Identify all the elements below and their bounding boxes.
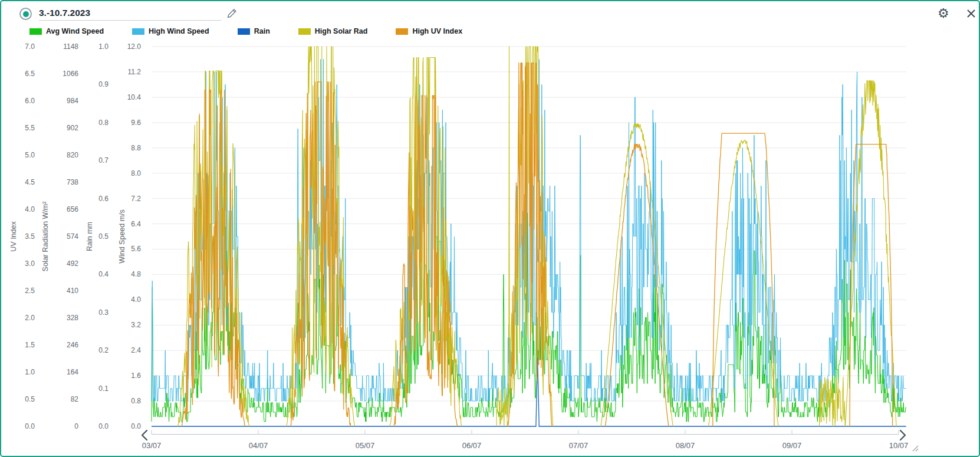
series-line-high-uv-index — [182, 63, 893, 426]
next-button-chevron-right-icon[interactable] — [900, 430, 905, 440]
x-date-label: 03/07 — [133, 441, 170, 450]
x-date-label: 04/07 — [239, 441, 277, 450]
series-layer — [152, 47, 906, 426]
x-date-label: 07/07 — [560, 441, 597, 450]
weather-chart-window: 3.-10.7.2023 ⚙ Avg Wind SpeedHigh Wind S… — [0, 0, 980, 457]
x-date-label: 06/07 — [453, 441, 491, 450]
prev-button-chevron-left-icon[interactable] — [142, 430, 147, 440]
x-date-label: 09/07 — [773, 441, 811, 450]
x-date-label: 05/07 — [346, 441, 384, 450]
x-date-label: 08/07 — [666, 441, 704, 450]
chart-canvas[interactable] — [1, 1, 980, 457]
x-date-label: 10/07 — [880, 441, 917, 450]
